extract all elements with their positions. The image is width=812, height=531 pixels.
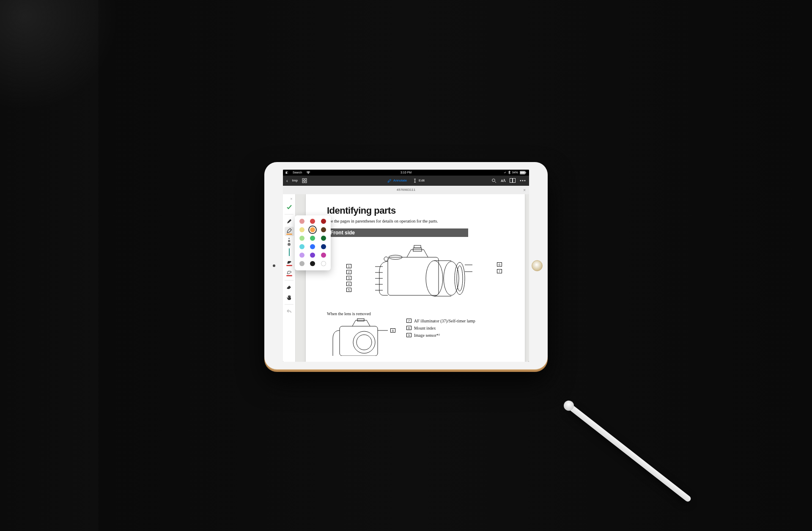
rail-close-icon[interactable]: × bbox=[288, 197, 294, 202]
color-swatch[interactable] bbox=[321, 219, 326, 224]
document-id: 4576983111 bbox=[397, 188, 416, 192]
tool-undo[interactable] bbox=[285, 307, 294, 316]
mode-edit[interactable]: Edit bbox=[413, 179, 425, 183]
legend-number: 9 bbox=[406, 333, 411, 337]
ipad-device: ◧ Search 3:10 PM ⤾ 94% ‹ bbox=[264, 162, 548, 369]
color-swatch[interactable] bbox=[299, 219, 304, 224]
mode-annotate-label: Annotate bbox=[393, 179, 407, 182]
battery-percent: 94% bbox=[512, 171, 518, 174]
color-swatch[interactable] bbox=[299, 261, 304, 266]
svg-rect-9 bbox=[513, 179, 516, 183]
text-cursor-icon bbox=[413, 179, 417, 183]
figure-front: 1 2 3 4 5 6 7 bbox=[327, 240, 508, 308]
legend-row: 9Image sensor*² bbox=[406, 332, 475, 338]
svg-rect-23 bbox=[357, 319, 364, 321]
bluetooth-icon bbox=[508, 171, 510, 174]
close-icon[interactable]: × bbox=[523, 187, 526, 192]
statusbar-clock: 3:10 PM bbox=[401, 171, 411, 174]
battery-icon bbox=[520, 171, 527, 174]
color-picker-popover[interactable] bbox=[295, 215, 331, 270]
callout-5: 5 bbox=[346, 288, 351, 292]
tool-eraser[interactable] bbox=[285, 283, 294, 292]
underline-color-swatch bbox=[286, 265, 292, 266]
color-swatch[interactable] bbox=[299, 253, 304, 258]
back-chevron-icon[interactable]: ‹ bbox=[286, 178, 288, 183]
svg-point-7 bbox=[492, 179, 495, 182]
strike-color-swatch bbox=[286, 275, 292, 276]
orientation-lock-icon: ⤾ bbox=[504, 171, 506, 174]
pen-icon bbox=[387, 179, 392, 183]
svg-rect-3 bbox=[302, 179, 304, 180]
doc-heading: Identifying parts bbox=[327, 205, 508, 216]
tool-highlighter[interactable] bbox=[285, 227, 294, 236]
section-front-side: Front side bbox=[327, 228, 468, 237]
camera-illustration bbox=[327, 240, 508, 308]
legend-number: 7 bbox=[406, 319, 411, 323]
document-page: Identifying parts See the pages in paren… bbox=[306, 194, 525, 362]
color-swatch[interactable] bbox=[299, 244, 304, 249]
back-label[interactable]: tmp bbox=[292, 179, 298, 182]
more-icon[interactable] bbox=[520, 180, 526, 182]
color-swatch[interactable] bbox=[299, 236, 304, 241]
statusbar-left-label: Search bbox=[293, 171, 302, 174]
color-swatch[interactable] bbox=[299, 227, 304, 232]
svg-rect-8 bbox=[510, 179, 513, 183]
color-swatch[interactable] bbox=[321, 244, 326, 249]
color-swatch[interactable] bbox=[321, 253, 326, 258]
svg-point-12 bbox=[524, 180, 526, 181]
tool-confirm[interactable] bbox=[285, 203, 294, 212]
callout-7: 7 bbox=[497, 269, 502, 273]
svg-rect-13 bbox=[388, 257, 439, 295]
callout-2: 2 bbox=[346, 270, 351, 274]
color-swatch[interactable] bbox=[310, 244, 315, 249]
color-swatch[interactable] bbox=[321, 227, 326, 232]
divider bbox=[285, 280, 293, 281]
color-swatch[interactable] bbox=[310, 261, 315, 266]
front-camera bbox=[273, 264, 275, 267]
content-area: × bbox=[283, 194, 529, 362]
home-button[interactable] bbox=[532, 260, 543, 271]
svg-rect-2 bbox=[526, 172, 527, 173]
color-swatch[interactable] bbox=[310, 227, 315, 232]
svg-point-10 bbox=[520, 180, 521, 181]
color-swatch[interactable] bbox=[310, 236, 315, 241]
svg-rect-4 bbox=[305, 179, 307, 180]
svg-point-11 bbox=[522, 180, 524, 181]
statusbar-app-icon: ◧ bbox=[285, 171, 288, 174]
tool-underline[interactable] bbox=[285, 259, 294, 268]
color-swatch[interactable] bbox=[310, 219, 315, 224]
search-icon[interactable] bbox=[491, 178, 497, 183]
font-size-icon[interactable]: ᴀA bbox=[501, 178, 505, 183]
mode-annotate[interactable]: Annotate bbox=[387, 179, 407, 183]
mode-edit-label: Edit bbox=[419, 179, 425, 182]
annotation-rail: × bbox=[283, 194, 296, 362]
color-swatch[interactable] bbox=[310, 253, 315, 258]
document-titlebar: 4576983111 × bbox=[283, 186, 529, 194]
legend-text: AF illuminator (37)/Self-timer lamp bbox=[414, 318, 475, 324]
stroke-preview-line bbox=[289, 248, 290, 256]
legend-list: 7AF illuminator (37)/Self-timer lamp8Mou… bbox=[406, 318, 475, 339]
lower-section: 8 7AF illuminator (37)/Self-timer lamp8M… bbox=[327, 318, 508, 356]
svg-point-21 bbox=[457, 266, 463, 291]
lens-removed-label: When the lens is removed bbox=[327, 311, 508, 316]
tool-pan-hand[interactable] bbox=[285, 293, 294, 302]
grid-view-icon[interactable] bbox=[302, 178, 307, 183]
tool-strikethrough[interactable] bbox=[285, 269, 294, 278]
svg-point-20 bbox=[455, 262, 465, 294]
divider bbox=[285, 214, 293, 215]
callout-6: 6 bbox=[497, 262, 502, 267]
callout-3: 3 bbox=[346, 276, 351, 280]
view-mode-icon[interactable] bbox=[510, 178, 516, 183]
color-swatch[interactable] bbox=[321, 236, 326, 241]
svg-rect-5 bbox=[302, 181, 304, 183]
ipad-screen: ◧ Search 3:10 PM ⤾ 94% ‹ bbox=[283, 170, 529, 362]
tool-pen[interactable] bbox=[285, 217, 294, 226]
ios-statusbar: ◧ Search 3:10 PM ⤾ 94% bbox=[283, 170, 529, 176]
tool-stroke-width[interactable] bbox=[288, 238, 291, 246]
callout-1: 1 bbox=[346, 264, 351, 268]
svg-point-18 bbox=[426, 261, 443, 296]
color-swatch[interactable] bbox=[321, 261, 326, 266]
divider bbox=[285, 304, 293, 305]
svg-rect-6 bbox=[305, 181, 307, 183]
svg-point-17 bbox=[384, 257, 388, 261]
